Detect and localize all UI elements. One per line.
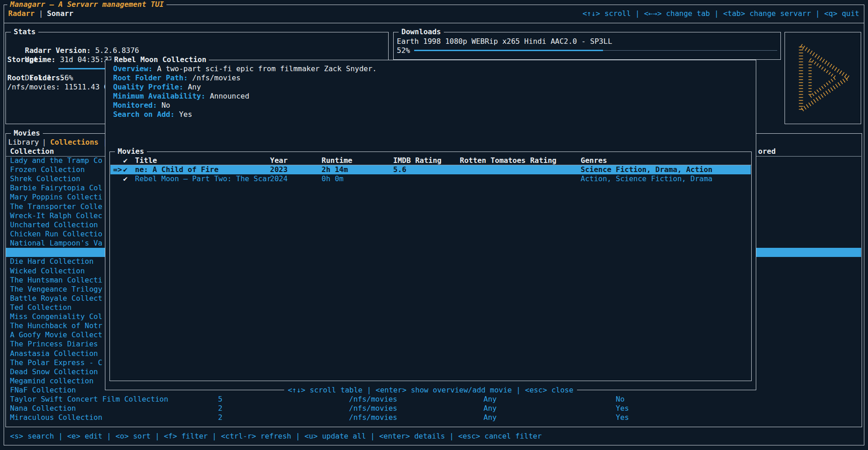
selection-marker: => [113,165,122,174]
movie-genres: Action, Science Fiction, Drama [581,174,712,183]
collection-details-modal: Rebel Moon Collection Overview:A two-par… [0,0,868,450]
monitored-check-icon: ✔ [123,165,128,174]
check-column-header: ✔ [123,156,128,165]
modal-field-label: Minimum Availability: [113,92,205,100]
rotten-tomatoes-column-header: Rotten Tomatoes Rating [460,156,556,165]
movie-row[interactable]: ✔ Rebel Moon – Part Two: The Scar 2024 0… [110,174,751,183]
movie-title: Rebel Moon – Part Two: The Scar [135,174,271,183]
movie-title: ne: A Child of Fire [135,165,218,174]
imdb-rating-column-header: IMDB Rating [393,156,442,165]
modal-field-value: Announced [210,92,249,100]
modal-field: Search on Add:Yes [113,110,192,119]
year-column-header: Year [270,156,288,165]
modal-field: Monitored:No [113,101,170,110]
modal-field-value: No [161,101,170,110]
movies-table-title: Movies [115,147,147,156]
title-column-header: Title [135,156,157,165]
modal-field: Root Folder Path:/nfs/movies [113,73,240,83]
movies-table-header: ✔ Title Year Runtime IMDB Rating Rotten … [110,156,751,165]
movie-row-selected[interactable]: => ✔ ne: A Child of Fire 2023 2h 14m 5.6… [110,165,751,174]
modal-keybinds-bar: <↑↓> scroll table | <enter> show overvie… [105,386,756,395]
movie-imdb-rating: 5.6 [393,165,406,174]
modal-field-label: Root Folder Path: [113,73,188,82]
modal-field-value: A two-part sci-fi epic from filmmaker Za… [157,64,377,73]
modal-field-label: Quality Profile: [113,83,183,91]
movie-genres: Science Fiction, Drama, Action [581,165,712,174]
modal-field-value: /nfs/movies [192,73,240,82]
modal-title: Rebel Moon Collection [111,55,209,64]
movie-runtime: 0h 0m [322,174,343,183]
modal-keybinds-help: <↑↓> scroll table | <enter> show overvie… [284,386,577,394]
managarr-app: Managarr – A Servarr management TUI Rada… [0,0,868,450]
monitored-check-icon: ✔ [123,174,128,183]
movies-table-panel [109,152,752,381]
modal-field: Overview:A two-part sci-fi epic from fil… [113,64,377,73]
movie-runtime: 2h 14m [322,165,348,174]
modal-field-label: Search on Add: [113,110,175,119]
modal-field-value: Any [188,83,201,91]
genres-column-header: Genres [581,156,607,165]
runtime-column-header: Runtime [322,156,352,165]
modal-field: Minimum Availability:Announced [113,92,249,101]
modal-field-label: Overview: [113,64,153,73]
movie-year: 2024 [270,174,288,183]
modal-field: Quality Profile:Any [113,83,201,92]
modal-field-label: Monitored: [113,101,157,110]
movie-year: 2023 [270,165,288,174]
modal-field-value: Yes [179,110,192,119]
